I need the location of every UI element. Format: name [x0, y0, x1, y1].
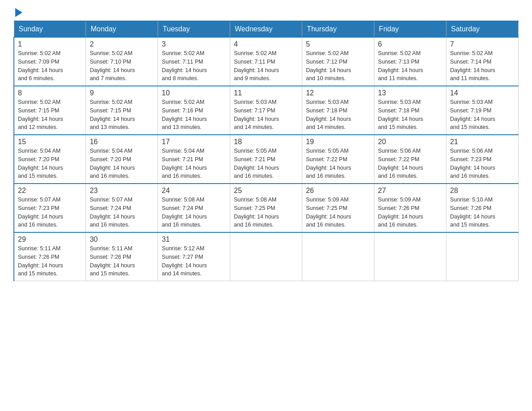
day-info: Sunrise: 5:05 AMSunset: 7:22 PMDaylight:…: [306, 148, 351, 179]
calendar-table: SundayMondayTuesdayWednesdayThursdayFrid…: [13, 21, 519, 281]
calendar-cell: [374, 232, 446, 281]
day-number: 24: [162, 187, 226, 195]
col-header-thursday: Thursday: [302, 21, 374, 37]
day-info: Sunrise: 5:08 AMSunset: 7:24 PMDaylight:…: [162, 197, 207, 228]
col-header-friday: Friday: [374, 21, 446, 37]
day-number: 21: [450, 138, 515, 146]
calendar-cell: 27 Sunrise: 5:09 AMSunset: 7:26 PMDaylig…: [374, 184, 446, 232]
day-info: Sunrise: 5:02 AMSunset: 7:10 PMDaylight:…: [90, 50, 135, 81]
col-header-tuesday: Tuesday: [158, 21, 230, 37]
day-info: Sunrise: 5:02 AMSunset: 7:12 PMDaylight:…: [306, 50, 351, 81]
day-info: Sunrise: 5:11 AMSunset: 7:26 PMDaylight:…: [90, 245, 135, 277]
day-info: Sunrise: 5:03 AMSunset: 7:19 PMDaylight:…: [450, 99, 495, 130]
day-info: Sunrise: 5:03 AMSunset: 7:18 PMDaylight:…: [306, 99, 351, 130]
logo: [13, 9, 22, 16]
day-info: Sunrise: 5:03 AMSunset: 7:18 PMDaylight:…: [378, 99, 423, 130]
day-info: Sunrise: 5:07 AMSunset: 7:24 PMDaylight:…: [90, 197, 135, 228]
day-info: Sunrise: 5:03 AMSunset: 7:17 PMDaylight:…: [234, 99, 279, 130]
day-info: Sunrise: 5:07 AMSunset: 7:23 PMDaylight:…: [18, 197, 63, 228]
day-number: 17: [162, 138, 226, 146]
day-info: Sunrise: 5:02 AMSunset: 7:13 PMDaylight:…: [378, 50, 423, 81]
calendar-cell: 25 Sunrise: 5:08 AMSunset: 7:25 PMDaylig…: [230, 184, 302, 232]
calendar-cell: 28 Sunrise: 5:10 AMSunset: 7:26 PMDaylig…: [446, 184, 519, 232]
calendar-cell: 22 Sunrise: 5:07 AMSunset: 7:23 PMDaylig…: [14, 184, 86, 232]
day-number: 4: [234, 40, 298, 48]
day-info: Sunrise: 5:05 AMSunset: 7:21 PMDaylight:…: [234, 148, 279, 179]
day-number: 19: [306, 138, 370, 146]
day-number: 10: [162, 89, 226, 97]
calendar-week-row: 29 Sunrise: 5:11 AMSunset: 7:26 PMDaylig…: [14, 232, 519, 281]
calendar-cell: 15 Sunrise: 5:04 AMSunset: 7:20 PMDaylig…: [14, 135, 86, 184]
day-number: 9: [90, 89, 154, 97]
day-number: 15: [18, 138, 82, 146]
day-info: Sunrise: 5:08 AMSunset: 7:25 PMDaylight:…: [234, 197, 279, 228]
day-number: 30: [90, 235, 154, 244]
day-number: 11: [234, 89, 298, 97]
calendar-cell: 21 Sunrise: 5:06 AMSunset: 7:23 PMDaylig…: [446, 135, 519, 184]
day-number: 20: [378, 138, 442, 146]
day-info: Sunrise: 5:02 AMSunset: 7:14 PMDaylight:…: [450, 50, 495, 81]
day-info: Sunrise: 5:09 AMSunset: 7:26 PMDaylight:…: [378, 197, 423, 228]
day-info: Sunrise: 5:10 AMSunset: 7:26 PMDaylight:…: [450, 197, 495, 228]
calendar-cell: 1 Sunrise: 5:02 AMSunset: 7:09 PMDayligh…: [14, 37, 86, 86]
day-info: Sunrise: 5:06 AMSunset: 7:22 PMDaylight:…: [378, 148, 423, 179]
day-info: Sunrise: 5:02 AMSunset: 7:16 PMDaylight:…: [162, 99, 207, 130]
day-number: 2: [90, 40, 154, 48]
page-header: [13, 9, 519, 16]
day-info: Sunrise: 5:02 AMSunset: 7:11 PMDaylight:…: [162, 50, 207, 81]
day-info: Sunrise: 5:02 AMSunset: 7:09 PMDaylight:…: [18, 50, 63, 81]
calendar-cell: [446, 232, 519, 281]
calendar-cell: 10 Sunrise: 5:02 AMSunset: 7:16 PMDaylig…: [158, 86, 230, 135]
calendar-cell: 19 Sunrise: 5:05 AMSunset: 7:22 PMDaylig…: [302, 135, 374, 184]
day-number: 18: [234, 138, 298, 146]
day-info: Sunrise: 5:02 AMSunset: 7:15 PMDaylight:…: [90, 99, 135, 130]
col-header-sunday: Sunday: [14, 21, 86, 37]
day-info: Sunrise: 5:04 AMSunset: 7:21 PMDaylight:…: [162, 148, 207, 179]
day-info: Sunrise: 5:04 AMSunset: 7:20 PMDaylight:…: [18, 148, 63, 179]
day-number: 8: [18, 89, 82, 97]
day-number: 28: [450, 187, 515, 195]
calendar-cell: 11 Sunrise: 5:03 AMSunset: 7:17 PMDaylig…: [230, 86, 302, 135]
calendar-header-row: SundayMondayTuesdayWednesdayThursdayFrid…: [14, 21, 519, 37]
calendar-cell: 3 Sunrise: 5:02 AMSunset: 7:11 PMDayligh…: [158, 37, 230, 86]
calendar-cell: 8 Sunrise: 5:02 AMSunset: 7:15 PMDayligh…: [14, 86, 86, 135]
day-number: 6: [378, 40, 442, 48]
calendar-cell: 12 Sunrise: 5:03 AMSunset: 7:18 PMDaylig…: [302, 86, 374, 135]
calendar-cell: 2 Sunrise: 5:02 AMSunset: 7:10 PMDayligh…: [86, 37, 158, 86]
calendar-cell: [302, 232, 374, 281]
day-number: 1: [18, 40, 82, 48]
day-number: 12: [306, 89, 370, 97]
calendar-cell: 26 Sunrise: 5:09 AMSunset: 7:25 PMDaylig…: [302, 184, 374, 232]
day-number: 31: [162, 235, 226, 244]
calendar-cell: 17 Sunrise: 5:04 AMSunset: 7:21 PMDaylig…: [158, 135, 230, 184]
calendar-cell: [230, 232, 302, 281]
calendar-cell: 30 Sunrise: 5:11 AMSunset: 7:26 PMDaylig…: [86, 232, 158, 281]
calendar-cell: 20 Sunrise: 5:06 AMSunset: 7:22 PMDaylig…: [374, 135, 446, 184]
day-info: Sunrise: 5:06 AMSunset: 7:23 PMDaylight:…: [450, 148, 495, 179]
logo-triangle-icon: [15, 8, 22, 17]
day-info: Sunrise: 5:11 AMSunset: 7:26 PMDaylight:…: [18, 245, 63, 277]
day-number: 13: [378, 89, 442, 97]
calendar-cell: 29 Sunrise: 5:11 AMSunset: 7:26 PMDaylig…: [14, 232, 86, 281]
calendar-cell: 23 Sunrise: 5:07 AMSunset: 7:24 PMDaylig…: [86, 184, 158, 232]
calendar-cell: 24 Sunrise: 5:08 AMSunset: 7:24 PMDaylig…: [158, 184, 230, 232]
calendar-cell: 6 Sunrise: 5:02 AMSunset: 7:13 PMDayligh…: [374, 37, 446, 86]
calendar-cell: 31 Sunrise: 5:12 AMSunset: 7:27 PMDaylig…: [158, 232, 230, 281]
day-info: Sunrise: 5:04 AMSunset: 7:20 PMDaylight:…: [90, 148, 135, 179]
day-number: 22: [18, 187, 82, 195]
col-header-monday: Monday: [86, 21, 158, 37]
day-number: 23: [90, 187, 154, 195]
calendar-week-row: 8 Sunrise: 5:02 AMSunset: 7:15 PMDayligh…: [14, 86, 519, 135]
day-number: 29: [18, 235, 82, 244]
col-header-saturday: Saturday: [446, 21, 519, 37]
calendar-week-row: 15 Sunrise: 5:04 AMSunset: 7:20 PMDaylig…: [14, 135, 519, 184]
day-number: 7: [450, 40, 515, 48]
day-number: 27: [378, 187, 442, 195]
day-info: Sunrise: 5:02 AMSunset: 7:15 PMDaylight:…: [18, 99, 63, 130]
calendar-cell: 9 Sunrise: 5:02 AMSunset: 7:15 PMDayligh…: [86, 86, 158, 135]
calendar-cell: 5 Sunrise: 5:02 AMSunset: 7:12 PMDayligh…: [302, 37, 374, 86]
calendar-cell: 7 Sunrise: 5:02 AMSunset: 7:14 PMDayligh…: [446, 37, 519, 86]
day-number: 25: [234, 187, 298, 195]
day-number: 5: [306, 40, 370, 48]
calendar-cell: 18 Sunrise: 5:05 AMSunset: 7:21 PMDaylig…: [230, 135, 302, 184]
